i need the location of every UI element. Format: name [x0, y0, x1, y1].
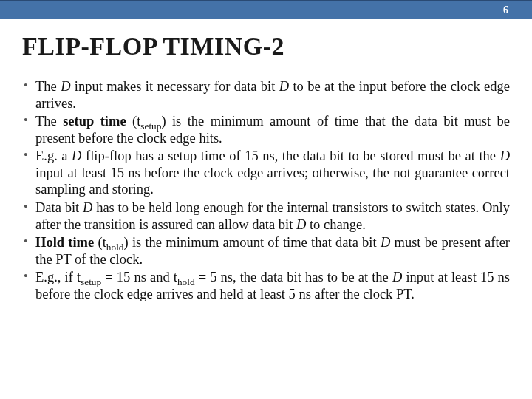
text: = 5 ns, the data bit has to be at the [195, 270, 392, 284]
text: (t [94, 235, 106, 250]
text: The [35, 79, 61, 94]
list-item: Data bit D has to be held long enough fo… [22, 200, 510, 233]
slide-content: FLIP-FLOP TIMING-2 The D input makes it … [0, 19, 532, 302]
text-italic: D [500, 149, 510, 163]
bullet-list: The D input makes it necessary for data … [22, 78, 510, 302]
list-item: Hold time (thold) is the minimum amount … [22, 234, 510, 267]
text-sub: hold [106, 242, 124, 253]
list-item: The D input makes it necessary for data … [22, 78, 510, 112]
text: ) is the minimum amount of time that dat… [123, 235, 380, 250]
slide-header: 6 [0, 0, 532, 19]
text-sub: setup [140, 120, 161, 132]
slide-title: FLIP-FLOP TIMING-2 [22, 33, 510, 61]
text: to change. [306, 217, 366, 232]
text-bold: setup time [63, 114, 126, 129]
text-sub: setup [81, 276, 101, 287]
page-number: 6 [503, 4, 508, 16]
text-italic: D [83, 200, 92, 215]
text: (t [126, 114, 141, 129]
text-bold: Hold time [35, 235, 94, 250]
text-sub: hold [177, 276, 195, 287]
text-italic: D [381, 235, 390, 250]
text-italic: D [279, 79, 289, 94]
text: flip-flop has a setup time of 15 ns, the… [81, 149, 499, 163]
text: input makes it necessary for data bit [71, 79, 279, 94]
text: = 15 ns and t [101, 270, 177, 284]
text: has to be held long enough for the inter… [35, 200, 510, 232]
text: The [35, 114, 63, 129]
list-item: The setup time (tsetup) is the minimum a… [22, 113, 510, 146]
text: Data bit [35, 200, 83, 215]
text-italic: D [392, 270, 402, 284]
text: E.g. a [35, 149, 72, 163]
list-item: E.g., if tsetup = 15 ns and thold = 5 ns… [22, 269, 510, 302]
text-italic: D [72, 149, 81, 163]
text: E.g., if t [35, 270, 81, 284]
text-italic: D [61, 79, 70, 94]
list-item: E.g. a D flip-flop has a setup time of 1… [22, 148, 510, 198]
text: input at least 15 ns before the clock ed… [35, 166, 510, 197]
text-italic: D [296, 217, 306, 232]
